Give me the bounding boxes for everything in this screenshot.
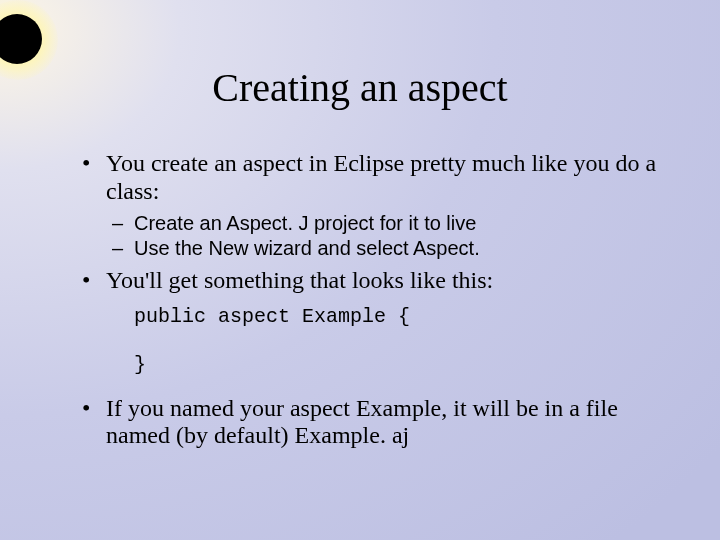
slide: Creating an aspect You create an aspect … [0,0,720,540]
slide-content: You create an aspect in Eclipse pretty m… [78,150,668,456]
bullet-2-text: You'll get something that looks like thi… [106,267,493,293]
subbullet-1: Create an Aspect. J project for it to li… [106,211,668,236]
code-line-1: public aspect Example { [134,305,410,328]
code-blank-line [134,329,146,352]
bullet-1-text: You create an aspect in Eclipse pretty m… [106,150,656,204]
bullet-3: If you named your aspect Example, it wil… [78,395,668,450]
subbullet-2: Use the New wizard and select Aspect. [106,236,668,261]
code-line-2: } [134,353,146,376]
bullet-3-text: If you named your aspect Example, it wil… [106,395,618,449]
bullet-2: You'll get something that looks like thi… [78,267,668,377]
code-block: public aspect Example { } [134,305,668,377]
bullet-1: You create an aspect in Eclipse pretty m… [78,150,668,261]
slide-title: Creating an aspect [0,64,720,111]
